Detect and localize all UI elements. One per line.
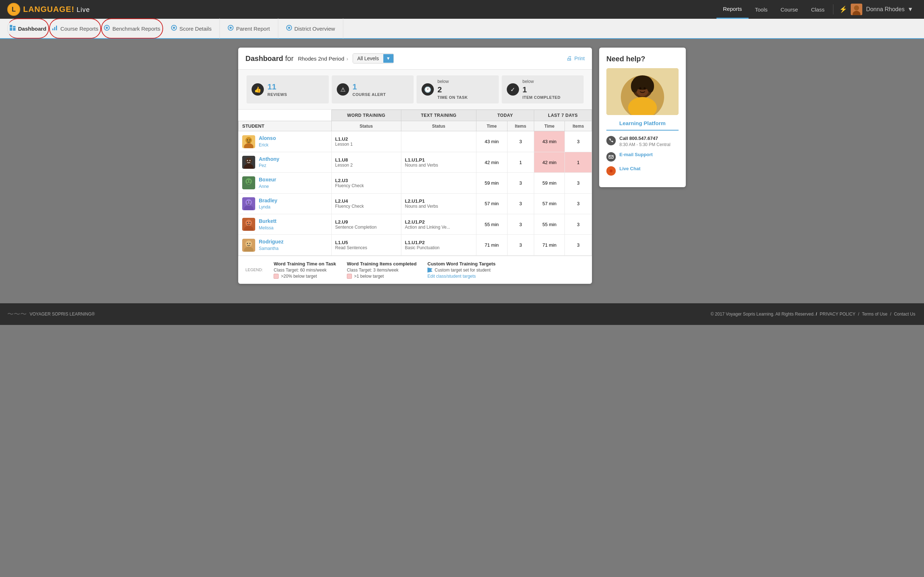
user-menu[interactable]: Donna Rhodes ▼ xyxy=(862,6,917,13)
summary-time-on-task[interactable]: 🕐 below 2 TIME ON TASK xyxy=(417,76,499,103)
table-row: Burkett Melissa xyxy=(239,214,332,235)
student-last-name[interactable]: Anthony xyxy=(259,156,279,163)
col-text-training-header: TEXT TRAINING xyxy=(401,110,476,121)
col-word-training-header: WORD TRAINING xyxy=(331,110,401,121)
print-button[interactable]: 🖨 Print xyxy=(566,55,585,62)
student-avatar xyxy=(242,135,255,148)
subnav-dashboard[interactable]: Dashboard xyxy=(7,18,49,39)
course-alert-count: 1 xyxy=(353,82,386,92)
user-name: Donna Rhodes xyxy=(866,6,905,13)
student-last-name[interactable]: Rodriguez xyxy=(259,239,283,246)
svg-rect-5 xyxy=(13,28,16,31)
dashboard-panel: Dashboard for Rhodes 2nd Period › All Le… xyxy=(238,48,592,284)
today-items: 3 xyxy=(507,235,534,255)
svg-point-39 xyxy=(246,220,252,226)
student-avatar xyxy=(242,239,255,252)
summary-course-alert[interactable]: ⚠ 1 COURSE ALERT xyxy=(332,76,414,103)
item-completed-count: 1 xyxy=(523,85,561,95)
learning-platform-link[interactable]: Learning Platform xyxy=(606,120,678,126)
nav-reports[interactable]: Reports xyxy=(716,0,749,19)
legend-label: LEGEND: xyxy=(246,268,263,272)
col-today-header: TODAY xyxy=(477,110,534,121)
student-first-name: Samantha xyxy=(259,246,283,252)
edit-targets-link[interactable]: Edit class/student targets xyxy=(427,274,496,279)
student-last-name[interactable]: Burkett xyxy=(259,218,276,225)
legend-word-time-target: Class Target: 60 mins/week xyxy=(274,268,336,272)
svg-point-19 xyxy=(246,137,252,143)
item-completed-text: below 1 ITEM COMPLETED xyxy=(523,79,561,100)
today-items: 1 xyxy=(507,152,534,172)
student-first-name: Melissa xyxy=(259,225,276,231)
legend-word-time-row: >20% below target xyxy=(274,274,336,279)
student-name: Rodriguez Samantha xyxy=(259,239,283,251)
chat-link[interactable]: Live Chat xyxy=(619,166,641,171)
col-today-time-label: Time xyxy=(477,121,507,131)
legend-area: LEGEND: Word Training Time on Task Class… xyxy=(238,256,592,284)
dropdown-arrow-icon[interactable]: ▼ xyxy=(383,54,393,63)
svg-point-31 xyxy=(247,181,248,182)
subnav-parent-report[interactable]: Parent Report xyxy=(220,18,278,39)
student-last-name[interactable]: Alonso xyxy=(259,135,276,142)
legend-word-items-text: >1 below target xyxy=(354,274,384,279)
svg-point-24 xyxy=(246,158,252,164)
svg-point-21 xyxy=(247,139,248,140)
student-name: Bradley Lynda xyxy=(259,197,277,210)
phone-hours: 8:30 AM - 5:30 PM Central xyxy=(619,142,670,147)
logo-text: LANGUAGE! Live xyxy=(23,5,90,14)
svg-point-34 xyxy=(246,199,252,206)
footer-logo: 〜〜〜 VOYAGER SOPRIS LEARNING® xyxy=(7,310,95,318)
svg-point-41 xyxy=(247,222,248,223)
today-items: 3 xyxy=(507,131,534,152)
subnav-benchmark-reports[interactable]: Benchmark Reports xyxy=(101,18,163,39)
last7-items: 3 xyxy=(565,235,592,255)
dashboard-title: Dashboard for xyxy=(246,55,294,63)
nav-course[interactable]: Course xyxy=(774,0,804,19)
email-contact[interactable]: E-mail Support xyxy=(606,152,678,161)
student-avatar xyxy=(242,197,255,210)
course-reports-icon xyxy=(52,25,58,32)
footer-right: © 2017 Voyager Sopris Learning. All Righ… xyxy=(711,311,917,317)
col-student-label: STUDENT xyxy=(239,121,332,131)
nav-class[interactable]: Class xyxy=(804,0,831,19)
text-training-status xyxy=(401,173,476,193)
word-training-status: L2.U9Sentence Completion xyxy=(331,214,401,235)
subnav-score-details[interactable]: Score Details xyxy=(163,18,220,39)
subnav-score-details-label: Score Details xyxy=(179,26,212,32)
word-training-status: L2.U3Fluency Check xyxy=(331,173,401,193)
subnav-parent-report-label: Parent Report xyxy=(236,26,270,32)
legend-flag-icon xyxy=(427,268,432,272)
subnav-dashboard-label: Dashboard xyxy=(18,26,46,32)
subnav-district-overview[interactable]: District Overview xyxy=(278,18,344,39)
level-dropdown[interactable]: All Levels ▼ xyxy=(353,53,394,63)
footer-terms[interactable]: Terms of Use xyxy=(862,311,888,317)
footer-logo-icon: 〜〜〜 xyxy=(7,310,27,318)
table-row: Rodriguez Samantha xyxy=(239,235,332,255)
student-name: Anthony Pez xyxy=(259,156,279,169)
summary-item-completed[interactable]: ✓ below 1 ITEM COMPLETED xyxy=(502,76,584,103)
svg-point-54 xyxy=(647,80,654,93)
text-training-status: L2.U1.P2Action and Linking Ve... xyxy=(401,214,476,235)
svg-point-22 xyxy=(249,139,250,140)
chat-contact[interactable]: Live Chat xyxy=(606,166,678,176)
footer-privacy[interactable]: PRIVACY POLICY xyxy=(820,311,855,317)
lightning-icon[interactable]: ⚡ xyxy=(835,5,851,13)
email-link[interactable]: E-mail Support xyxy=(619,152,653,157)
student-last-name[interactable]: Bradley xyxy=(259,197,277,205)
footer: 〜〜〜 VOYAGER SOPRIS LEARNING® © 2017 Voya… xyxy=(0,303,924,325)
last7-time: 42 min xyxy=(534,152,565,172)
subnav-course-reports[interactable]: Course Reports xyxy=(49,18,101,39)
svg-point-55 xyxy=(639,87,641,89)
help-card: Need help? xyxy=(599,48,686,187)
col-word-status-label: Status xyxy=(331,121,401,131)
student-last-name[interactable]: Boxeur xyxy=(259,176,276,184)
summary-reviews[interactable]: 👍 11 REVIEWS xyxy=(247,76,329,103)
district-overview-icon xyxy=(286,25,292,32)
time-on-task-text: below 2 TIME ON TASK xyxy=(438,79,468,100)
student-avatar xyxy=(242,176,255,189)
nav-tools[interactable]: Tools xyxy=(749,0,774,19)
footer-contact[interactable]: Contact Us xyxy=(894,311,915,317)
svg-point-60 xyxy=(610,169,612,172)
col-text-status-label: Status xyxy=(401,121,476,131)
legend-word-items-target: Class Target: 3 items/week xyxy=(347,268,417,272)
student-first-name: Lynda xyxy=(259,204,277,210)
